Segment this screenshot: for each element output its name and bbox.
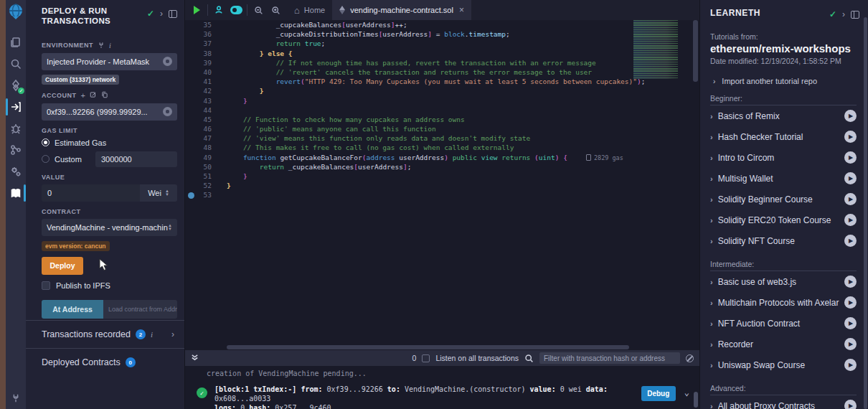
plugin-manager-rail-item[interactable] — [6, 161, 26, 182]
copy-account-icon[interactable] — [101, 91, 108, 99]
code-line-50[interactable]: 50 return _cupcakeBalances[userAddress]; — [185, 162, 699, 171]
code-line-38[interactable]: 38 } else { — [185, 49, 699, 58]
code-editor[interactable]: 35 _cupcakeBalances[userAddress]++;36 _c… — [185, 20, 699, 344]
learneth-scrollbar[interactable] — [864, 17, 867, 409]
estimated-gas-radio[interactable] — [42, 138, 49, 146]
code-line-47[interactable]: 47 // 'view' means this function only re… — [185, 133, 699, 143]
tutorial-item[interactable]: ›Solidity Beginner Course▶ — [710, 189, 857, 210]
environment-copy-icon[interactable] — [163, 57, 172, 66]
breakpoint-gutter[interactable] — [185, 171, 199, 181]
code-line-49[interactable]: 49 function getCupcakeBalanceFor(address… — [185, 153, 699, 162]
custom-gas-input[interactable]: 3000000 — [95, 151, 177, 167]
breakpoint-gutter[interactable] — [185, 67, 199, 77]
add-account-icon[interactable]: + — [81, 91, 86, 100]
terminal[interactable]: creation of VendingMachine pending... ✓ … — [185, 366, 699, 409]
breakpoint-gutter[interactable] — [185, 143, 199, 152]
tutorial-expand-icon[interactable]: › — [710, 174, 713, 183]
tutorial-expand-icon[interactable]: › — [710, 298, 713, 307]
zoom-out-icon[interactable] — [250, 0, 267, 20]
tutorial-expand-icon[interactable]: › — [710, 237, 713, 245]
tutorial-expand-icon[interactable]: › — [710, 195, 713, 204]
custom-gas-radio[interactable] — [42, 155, 49, 163]
breakpoint-gutter[interactable] — [185, 20, 199, 29]
learneth-pin-icon[interactable] — [851, 11, 859, 19]
tutorial-item[interactable]: ›Multisig Wallet▶ — [710, 168, 857, 189]
learneth-rail-item[interactable] — [6, 182, 26, 204]
transaction-log-entry[interactable]: ✓ [block:1 txIndex:-] from: 0xf39...9226… — [197, 385, 694, 409]
editor-vertical-scrollbar[interactable] — [693, 20, 698, 82]
deploy-run-rail-item[interactable] — [6, 96, 26, 118]
tutorial-play-icon[interactable]: ▶ — [844, 359, 857, 371]
tutorial-item[interactable]: ›NFT Auction Contract▶ — [710, 313, 857, 334]
git-rail-item[interactable] — [6, 139, 26, 161]
deploy-button[interactable]: Deploy — [42, 257, 83, 275]
breakpoint-gutter[interactable] — [185, 86, 199, 95]
breakpoint-gutter[interactable] — [185, 49, 199, 58]
tutorial-item[interactable]: ›Basic use of web3.js▶ — [710, 271, 857, 292]
debugger-rail-item[interactable] — [6, 118, 26, 139]
tutorial-item[interactable]: ›Basics of Remix▶ — [710, 105, 857, 126]
transactions-recorded-row[interactable]: Transactions recorded 2 i › — [26, 320, 184, 348]
code-line-42[interactable]: 42 } — [185, 86, 699, 95]
plug-icon[interactable] — [98, 42, 105, 50]
code-line-35[interactable]: 35 _cupcakeBalances[userAddress]++; — [185, 20, 699, 29]
breakpoint-gutter[interactable] — [185, 77, 199, 86]
listen-transactions-checkbox[interactable] — [422, 354, 430, 362]
tutorial-expand-icon[interactable]: › — [710, 361, 713, 370]
tutorial-expand-icon[interactable]: › — [710, 402, 713, 409]
tutorial-play-icon[interactable]: ▶ — [844, 131, 857, 143]
breakpoint-gutter[interactable] — [185, 39, 199, 48]
tab-home[interactable]: ⌂ Home — [287, 0, 332, 20]
import-tutorial-repo[interactable]: › Import another tutorial repo — [713, 77, 857, 85]
breakpoint-gutter[interactable] — [185, 115, 199, 124]
terminal-expand-icon[interactable] — [191, 354, 199, 363]
tutorial-item[interactable]: ›Multichain Protocols with Axelar▶ — [710, 292, 857, 313]
tutorial-expand-icon[interactable]: › — [710, 216, 713, 225]
code-line-48[interactable]: 48 // This makes it free to call (no gas… — [185, 143, 699, 152]
account-select[interactable]: 0xf39...92266 (9999.99929... — [42, 103, 177, 121]
code-line-36[interactable]: 36 _cupcakeDistributionTimes[userAddress… — [185, 29, 699, 39]
tutorial-expand-icon[interactable]: › — [710, 340, 713, 349]
code-line-37[interactable]: 37 return true; — [185, 39, 699, 48]
breakpoint-gutter[interactable] — [185, 29, 199, 39]
clear-console-icon[interactable] — [686, 354, 694, 362]
transactions-info-icon[interactable]: i — [151, 330, 153, 339]
panel-chevron-icon[interactable]: › — [160, 9, 163, 19]
code-line-52[interactable]: 52} — [185, 181, 699, 190]
terminal-filter-input[interactable]: Filter with transaction hash or address — [539, 352, 680, 364]
code-line-39[interactable]: 39 // If not enough time has passed, rev… — [185, 58, 699, 67]
breakpoint-dot[interactable] — [188, 192, 194, 199]
value-unit-select[interactable]: Wei ▲▼ — [140, 184, 177, 202]
tutorial-play-icon[interactable]: ▶ — [844, 193, 857, 205]
breakpoint-gutter[interactable] — [185, 96, 199, 105]
breakpoint-gutter[interactable] — [185, 124, 199, 133]
tab-file[interactable]: vending-machine-contract.sol × — [332, 0, 471, 20]
remix-logo[interactable] — [7, 3, 24, 20]
panel-pin-icon[interactable] — [169, 10, 177, 18]
tutorial-item[interactable]: ›Intro to Circom▶ — [710, 147, 857, 168]
tx-expand-icon[interactable]: ⌄ — [684, 387, 689, 398]
tutorial-expand-icon[interactable]: › — [710, 154, 713, 162]
tutorial-expand-icon[interactable]: › — [710, 319, 713, 328]
account-copy-icon[interactable] — [163, 107, 172, 116]
tutorial-item[interactable]: ›All about Proxy Contracts▶ — [710, 395, 857, 409]
tutorial-play-icon[interactable]: ▶ — [844, 235, 857, 247]
at-address-input[interactable]: Load contract from Addres — [103, 300, 177, 319]
code-line-46[interactable]: 46 // 'public' means anyone can call thi… — [185, 124, 699, 133]
tutorial-item[interactable]: ›Hash Checker Tutorial▶ — [710, 126, 857, 147]
breakpoint-gutter[interactable] — [185, 190, 199, 199]
toggle-icon[interactable] — [227, 0, 245, 20]
tutorial-play-icon[interactable]: ▶ — [844, 276, 857, 288]
tutorial-play-icon[interactable]: ▶ — [844, 400, 857, 409]
breakpoint-gutter[interactable] — [185, 58, 199, 67]
close-tab-icon[interactable]: × — [459, 5, 464, 15]
environment-select[interactable]: Injected Provider - MetaMask — [42, 53, 177, 70]
minimap[interactable] — [633, 20, 688, 79]
publish-ipfs-checkbox[interactable] — [42, 281, 50, 290]
contract-select[interactable]: VendingMachine - vending-machin ▲▼ — [42, 219, 177, 236]
sign-message-icon[interactable] — [90, 91, 97, 99]
tutorial-expand-icon[interactable]: › — [710, 278, 713, 286]
zoom-in-icon[interactable] — [267, 0, 284, 20]
tutorial-play-icon[interactable]: ▶ — [844, 338, 857, 350]
learneth-chevron-icon[interactable]: › — [842, 9, 845, 19]
